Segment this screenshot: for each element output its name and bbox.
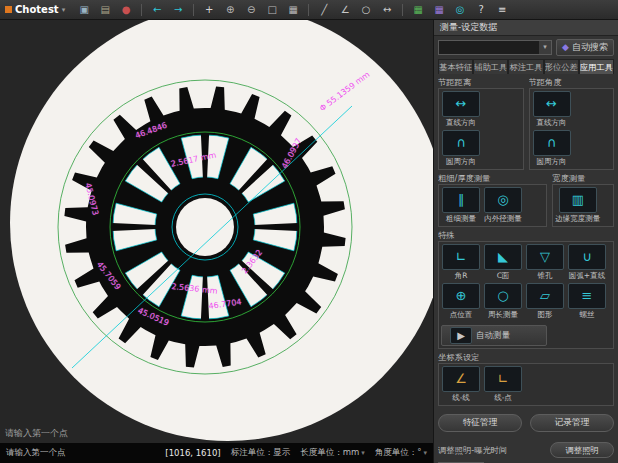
camera-icon[interactable]: ▣ [75,2,93,18]
cursor-coordinates: [1016, 1610] [165,448,220,458]
tab-形位公差[interactable]: 形位公差 [544,59,579,74]
tool-label: 边缘宽度测量 [555,214,600,224]
tool-直线方向[interactable]: ↔直线方向 [441,91,481,128]
add-point-icon[interactable]: + [200,2,218,18]
tool-粗细测量[interactable]: ∥粗细测量 [441,187,481,224]
corner-r-icon: ∟ [442,244,480,270]
tool-图形[interactable]: ▱图形 [525,283,565,320]
tool-label: 直线方向 [537,118,567,128]
redo-icon[interactable]: → [169,2,187,18]
group-box: ↔直线方向∩圆周方向 [529,88,615,170]
tool-角R[interactable]: ∟角R [441,244,481,281]
tool-边缘宽度测量[interactable]: ▥边缘宽度测量 [555,187,600,224]
tool-label: 粗细测量 [446,214,476,224]
tool-group: 坐标系设定∠线-线∟线-点 [438,352,614,406]
app-logo-menu[interactable]: Chotest ▾ [5,4,65,15]
screw-icon: ≡ [568,283,606,309]
group-box: ↔直线方向∩圆周方向 [438,88,524,170]
arc-line-icon: ∪ [568,244,606,270]
tool-group: 特殊∟角R◣C面▽锥孔∪圆弧+直线⊕点位置○周长测量▱图形≡螺丝▶自动测量 [438,230,614,349]
layers-icon[interactable]: ▦ [409,2,427,18]
tool-label: 角R [455,271,468,281]
gear-scene [0,20,433,443]
auto-search-button[interactable]: ◆ 自动搜索 [556,39,614,56]
tool-螺丝[interactable]: ≡螺丝 [567,283,607,320]
gear-bore [176,198,234,256]
undo-icon[interactable]: ← [148,2,166,18]
film-icon[interactable]: ▤ [96,2,114,18]
tool-label: 自动测量 [476,330,510,342]
tab-辅助工具[interactable]: 辅助工具 [473,59,508,74]
taper-hole-icon: ▽ [526,244,564,270]
measure-line-icon[interactable]: ╱ [315,2,333,18]
top-toolbar: Chotest ▾ ▣▤●←→+⊕⊖□▦╱∠○↔▦▦◎?≡ [0,0,618,20]
app-window: Chotest ▾ ▣▤●←→+⊕⊖□▦╱∠○↔▦▦◎?≡ 46.48462.5… [0,0,618,463]
tab-应用工具[interactable]: 应用工具 [579,59,614,74]
group-label: 特殊 [438,230,614,241]
chevron-down-icon: ▾ [539,41,551,54]
record-icon[interactable]: ● [117,2,135,18]
tool-圆弧+直线[interactable]: ∪圆弧+直线 [567,244,607,281]
group-label: 节距角度 [529,77,615,88]
tool-圆周方向[interactable]: ∩圆周方向 [532,130,572,167]
logo-icon [5,6,12,13]
viewport-column: 46.48462.5617 mm45.097346.0937Φ 55.1359 … [0,20,433,463]
tool-锥孔[interactable]: ▽锥孔 [525,244,565,281]
zoom-out-icon[interactable]: ⊖ [242,2,260,18]
tool-label: 线-线 [452,393,470,403]
camera-viewport[interactable]: 46.48462.5617 mm45.097346.0937Φ 55.1359 … [0,20,433,443]
perimeter-icon: ○ [484,283,522,309]
line-point-icon: ∟ [484,366,522,392]
menu-icon[interactable]: ≡ [493,2,511,18]
tool-直线方向[interactable]: ↔直线方向 [532,91,572,128]
palette-icon[interactable]: ▦ [430,2,448,18]
angle-unit-dropdown[interactable]: 角度单位：° ▾ [375,447,427,459]
tool-label: 线-点 [494,393,512,403]
tool-线-线[interactable]: ∠线-线 [441,366,481,403]
tool-group: 粗细/厚度测量∥粗细测量◎内外径测量 [438,173,547,227]
tool-section-row: 坐标系设定∠线-线∟线-点 [438,352,614,406]
tool-点位置[interactable]: ⊕点位置 [441,283,481,320]
exposure-label: 调整照明-曝光时间 [438,445,545,456]
grid-icon[interactable]: ▦ [284,2,302,18]
tool-group: 节距角度↔直线方向∩圆周方向 [529,77,615,170]
record-management-button[interactable]: 记录管理 [530,414,614,432]
toolbar-icons: ▣▤●←→+⊕⊖□▦╱∠○↔▦▦◎?≡ [75,2,613,18]
crosshair-icon[interactable]: ⊕ [221,2,239,18]
measure-preset-combo[interactable]: ▾ [438,40,552,55]
tab-标注工具[interactable]: 标注工具 [508,59,543,74]
tab-基本特征[interactable]: 基本特征 [438,59,473,74]
help-icon[interactable]: ? [472,2,490,18]
preset-search-row: ▾ ◆ 自动搜索 [438,36,614,58]
measure-circle-icon[interactable]: ○ [357,2,375,18]
tool-圆周方向[interactable]: ∩圆周方向 [441,130,481,167]
measure-distance-icon[interactable]: ↔ [378,2,396,18]
group-label: 节距距离 [438,77,524,88]
tool-自动测量[interactable]: ▶自动测量 [441,325,547,346]
tool-内外径测量[interactable]: ◎内外径测量 [483,187,523,224]
tool-周长测量[interactable]: ○周长测量 [483,283,523,320]
shape-icon: ▱ [526,283,564,309]
feature-management-button[interactable]: 特征管理 [438,414,522,432]
toolbar-separator [308,4,309,16]
annotation-unit-label[interactable]: 标注单位：显示 [231,447,291,459]
tool-C面[interactable]: ◣C面 [483,244,523,281]
group-box: ∟角R◣C面▽锥孔∪圆弧+直线⊕点位置○周长测量▱图形≡螺丝▶自动测量 [438,241,614,349]
tool-label: 圆周方向 [446,157,476,167]
tool-label: 螺丝 [580,310,595,320]
toolbar-separator [141,4,142,16]
tool-label: C面 [497,271,510,281]
target-icon[interactable]: ◎ [451,2,469,18]
length-unit-value: 长度单位：mm [300,447,359,459]
chevron-down-icon: ▾ [423,449,427,457]
fit-view-icon[interactable]: □ [263,2,281,18]
chamfer-icon: ◣ [484,244,522,270]
tool-group: 节距距离↔直线方向∩圆周方向 [438,77,524,170]
adjust-lighting-button[interactable]: 调整照明 [550,442,614,458]
tool-线-点[interactable]: ∟线-点 [483,366,523,403]
measure-angle-icon[interactable]: ∠ [336,2,354,18]
linear-icon: ↔ [533,91,571,117]
tool-section-row: 粗细/厚度测量∥粗细测量◎内外径测量宽度测量▥边缘宽度测量 [438,173,614,227]
auto-search-icon: ◆ [562,42,569,52]
length-unit-dropdown[interactable]: 长度单位：mm ▾ [300,447,365,459]
